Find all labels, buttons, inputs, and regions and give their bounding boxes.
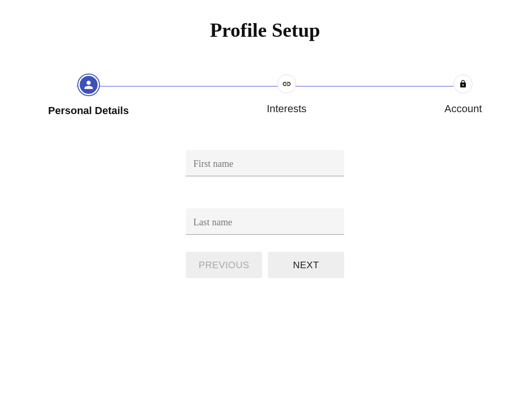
link-icon xyxy=(277,74,296,93)
step-account[interactable]: Account xyxy=(445,74,482,115)
user-icon xyxy=(78,74,99,95)
step-interests[interactable]: Interests xyxy=(267,74,306,115)
stepper: Personal Details Interests Account xyxy=(48,74,482,117)
last-name-input[interactable] xyxy=(186,208,344,235)
step-label: Account xyxy=(445,103,482,115)
lock-icon xyxy=(454,74,472,93)
first-name-input[interactable] xyxy=(186,150,344,176)
step-connector xyxy=(76,86,454,87)
step-label: Interests xyxy=(267,103,306,115)
page-title: Profile Setup xyxy=(0,19,530,41)
first-name-field-wrapper xyxy=(186,150,344,176)
form-content: Previous Next xyxy=(0,150,530,278)
step-label: Personal Details xyxy=(48,105,129,117)
previous-button[interactable]: Previous xyxy=(186,252,262,278)
next-button[interactable]: Next xyxy=(268,252,344,278)
last-name-field-wrapper xyxy=(186,208,344,235)
button-row: Previous Next xyxy=(186,252,344,278)
step-personal-details[interactable]: Personal Details xyxy=(48,74,129,117)
